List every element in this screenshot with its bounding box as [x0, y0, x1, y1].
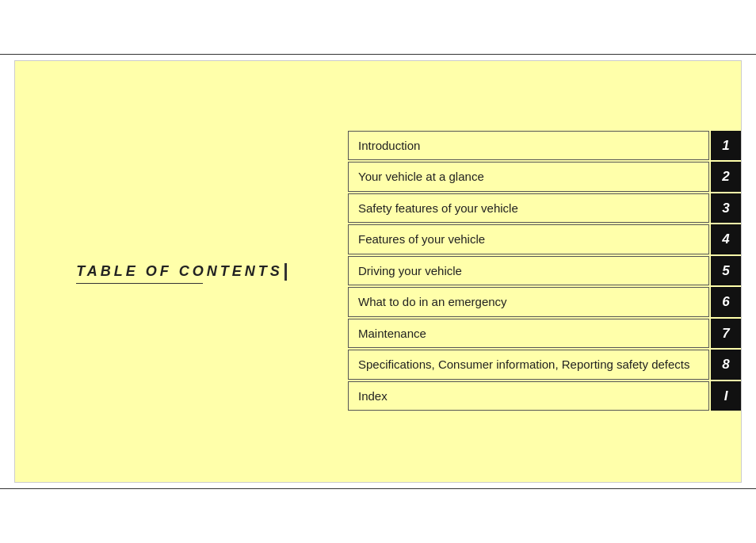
toc-row[interactable]: Introduction1	[348, 131, 741, 161]
toc-item-label: What to do in an emergency	[348, 287, 709, 317]
toc-item-number: 2	[711, 162, 741, 192]
toc-item-label: Maintenance	[348, 319, 709, 349]
toc-item-number: 5	[711, 256, 741, 286]
toc-row[interactable]: Safety features of your vehicle3	[348, 193, 741, 224]
toc-row[interactable]: Maintenance7	[348, 319, 741, 349]
toc-item-label: Driving your vehicle	[348, 256, 709, 286]
toc-row[interactable]: IndexI	[348, 381, 741, 411]
toc-item-number: 7	[711, 319, 741, 349]
toc-item-label: Features of your vehicle	[348, 224, 709, 254]
toc-item-label: Your vehicle at a glance	[348, 162, 709, 192]
bottom-rule	[0, 488, 756, 489]
toc-item-label: Safety features of your vehicle	[348, 193, 709, 224]
toc-row[interactable]: Your vehicle at a glance2	[348, 162, 741, 192]
toc-row[interactable]: Specifications, Consumer information, Re…	[348, 350, 741, 380]
toc-item-number: 3	[711, 193, 741, 224]
toc-item-label: Introduction	[348, 131, 709, 161]
toc-heading-text: TABLE OF CONTENTS	[76, 263, 283, 280]
toc-item-label: Specifications, Consumer information, Re…	[348, 350, 709, 380]
toc-row[interactable]: Features of your vehicle4	[348, 224, 741, 254]
page-wrapper: TABLE OF CONTENTS Introduction1Your vehi…	[0, 0, 756, 543]
toc-item-number: 8	[711, 350, 741, 380]
toc-list: Introduction1Your vehicle at a glance2Sa…	[348, 121, 741, 423]
toc-item-number: I	[711, 381, 741, 411]
underline-decoration	[76, 283, 203, 284]
main-content: TABLE OF CONTENTS Introduction1Your vehi…	[14, 60, 742, 483]
top-rule	[0, 54, 756, 55]
toc-row[interactable]: What to do in an emergency6	[348, 287, 741, 317]
toc-item-number: 1	[711, 131, 741, 161]
toc-heading: TABLE OF CONTENTS	[76, 263, 287, 281]
toc-item-number: 6	[711, 287, 741, 317]
toc-row[interactable]: Driving your vehicle5	[348, 256, 741, 286]
left-section: TABLE OF CONTENTS	[15, 61, 348, 482]
toc-item-number: 4	[711, 224, 741, 254]
toc-item-label: Index	[348, 381, 709, 411]
